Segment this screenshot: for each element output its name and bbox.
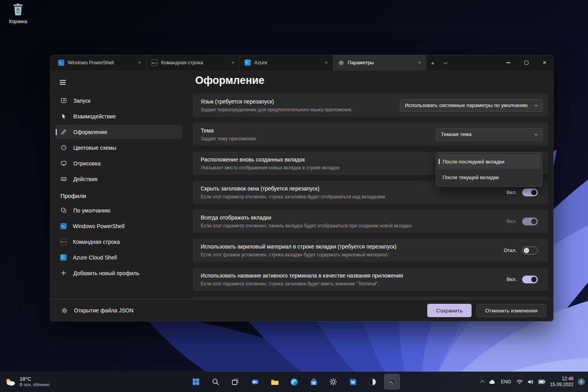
open-json-file-button[interactable]: Открытие файла JSON <box>56 304 138 317</box>
use-terminal-title-toggle[interactable] <box>522 276 538 283</box>
folder-icon <box>270 377 279 387</box>
toggle-state-label: Вкл. <box>506 218 517 224</box>
search-icon <box>211 377 220 386</box>
save-button[interactable]: Сохранить <box>427 304 472 317</box>
language-dropdown[interactable]: Использовать системные параметры по умол… <box>400 99 543 112</box>
dropdown-option-after-current-tab[interactable]: После текущей вкладки <box>438 170 541 185</box>
sidebar-item-powershell-profile[interactable]: >_ Windows PowerShell <box>56 219 182 233</box>
settings-button[interactable] <box>325 374 341 390</box>
new-tab-button[interactable]: + <box>426 55 439 71</box>
sidebar-item-add-profile[interactable]: Добавить новый профиль <box>56 266 182 280</box>
sidebar-item-color-schemes[interactable]: Цветовые схемы <box>56 140 182 155</box>
edge-button[interactable] <box>286 374 302 390</box>
sidebar-item-interaction[interactable]: Взаимодействие <box>56 109 182 123</box>
svg-text:W: W <box>351 379 355 384</box>
sidebar-item-label: Запуск <box>73 98 91 104</box>
language-indicator[interactable]: ENG <box>500 379 512 385</box>
titlebar[interactable]: >_ Windows PowerShell × C:\ Командная ст… <box>50 55 554 71</box>
minimize-button[interactable] <box>499 55 517 71</box>
recycle-bin[interactable]: Корзина <box>5 2 31 24</box>
palette-icon <box>60 144 67 151</box>
sidebar-item-cmd-profile[interactable]: C:\ Командная строка <box>56 234 182 249</box>
cmd-icon: C:\ <box>151 60 158 66</box>
setting-description: Если этот параметр отключен, панель вкла… <box>201 223 413 229</box>
tab-close-icon[interactable]: × <box>323 59 330 66</box>
sidebar-item-rendering[interactable]: Отрисовка <box>56 156 182 171</box>
settings-sidebar: Запуск Взаимодействие Оформление Цветовы… <box>50 71 187 299</box>
tray-chevron-button[interactable] <box>481 380 485 383</box>
chevron-down-icon <box>534 103 538 107</box>
tab-command-prompt[interactable]: C:\ Командная строка × <box>147 55 240 71</box>
dropdown-option-after-last-tab[interactable]: После последней вкладки <box>438 154 541 169</box>
option-label: После последней вкладки <box>443 159 505 165</box>
sidebar-item-label: Оформление <box>73 129 107 135</box>
word-button[interactable]: W <box>345 374 361 390</box>
tab-close-icon[interactable]: × <box>229 59 236 66</box>
chevron-down-icon <box>443 60 447 64</box>
start-button[interactable] <box>188 374 204 390</box>
tab-dropdown-button[interactable] <box>439 55 452 71</box>
battery-icon[interactable] <box>538 379 546 384</box>
cmd-icon: C:\ <box>60 239 67 245</box>
taskbar-center: W >_ <box>188 374 400 390</box>
terminal-button[interactable]: >_ <box>384 374 400 390</box>
tab-azure[interactable]: >_ Azure × <box>240 55 333 71</box>
setting-title: Расположение вновь созданных вкладок <box>201 156 339 163</box>
onedrive-cloud-icon[interactable] <box>489 379 496 385</box>
svg-text:>_: >_ <box>390 380 394 384</box>
tab-label: Windows PowerShell <box>68 60 132 65</box>
option-label: После текущей вкладки <box>443 174 499 180</box>
terminal-icon: >_ <box>387 377 397 387</box>
chat-icon <box>250 377 260 387</box>
tab-windows-powershell[interactable]: >_ Windows PowerShell × <box>53 55 147 71</box>
keyboard-icon <box>60 176 67 182</box>
brush-icon <box>60 129 67 135</box>
toggle-group: Вкл. <box>506 189 543 196</box>
notification-badge[interactable]: 6 <box>578 378 585 385</box>
sidebar-item-label: Добавить новый профиль <box>73 270 139 276</box>
tab-settings[interactable]: Параметры × <box>333 55 426 71</box>
gear-icon <box>338 60 344 66</box>
store-icon <box>309 377 318 387</box>
terminal-window: >_ Windows PowerShell × C:\ Командная ст… <box>50 55 554 321</box>
theme-dropdown[interactable]: Темная тема <box>436 128 543 141</box>
wifi-icon[interactable] <box>516 379 523 385</box>
chat-button[interactable] <box>247 374 263 390</box>
volume-icon[interactable] <box>527 379 534 385</box>
titlebar-drag-area[interactable] <box>452 55 499 71</box>
tab-close-icon[interactable]: × <box>136 59 143 66</box>
tab-close-icon[interactable]: × <box>416 59 423 66</box>
plus-icon <box>60 270 67 276</box>
close-button[interactable]: × <box>535 55 554 71</box>
cursor-icon <box>60 113 67 120</box>
sidebar-item-startup[interactable]: Запуск <box>56 93 182 108</box>
sidebar-item-defaults[interactable]: По умолчанию <box>56 203 182 218</box>
acrylic-toggle[interactable] <box>522 247 538 254</box>
toggle-group: Вкл. <box>506 276 543 283</box>
sidebar-item-azure-profile[interactable]: >_ Azure Cloud Shell <box>56 250 182 265</box>
edge-icon <box>290 377 299 387</box>
toggle-knob <box>531 219 537 224</box>
circular-app-button[interactable] <box>365 374 380 390</box>
maximize-button[interactable] <box>517 55 535 71</box>
settings-row-always-show-tabs: Всегда отображать вкладки Если этот пара… <box>193 210 548 233</box>
sidebar-item-appearance[interactable]: Оформление <box>56 125 182 139</box>
powershell-icon: >_ <box>60 223 67 229</box>
chevron-down-icon <box>534 132 538 136</box>
store-button[interactable] <box>306 374 321 390</box>
clock[interactable]: 12:46 15.09.2022 <box>550 376 573 388</box>
word-icon: W <box>348 377 358 387</box>
task-view-button[interactable] <box>227 374 243 390</box>
weather-icon <box>5 377 16 387</box>
layers-icon <box>60 207 67 214</box>
search-button[interactable] <box>208 374 223 390</box>
setting-description: Задает переопределение для предпочтитель… <box>201 107 352 113</box>
weather-condition: В осн. облачно <box>20 382 49 387</box>
discard-changes-button[interactable]: Отменить изменения <box>476 304 546 317</box>
weather-widget[interactable]: 18°C В осн. облачно <box>5 376 49 387</box>
sidebar-item-actions[interactable]: Действия <box>56 172 182 186</box>
menu-button[interactable] <box>56 75 71 89</box>
sidebar-item-label: Цветовые схемы <box>73 145 116 151</box>
hide-titlebar-toggle[interactable] <box>522 189 538 196</box>
file-explorer-button[interactable] <box>267 374 282 390</box>
